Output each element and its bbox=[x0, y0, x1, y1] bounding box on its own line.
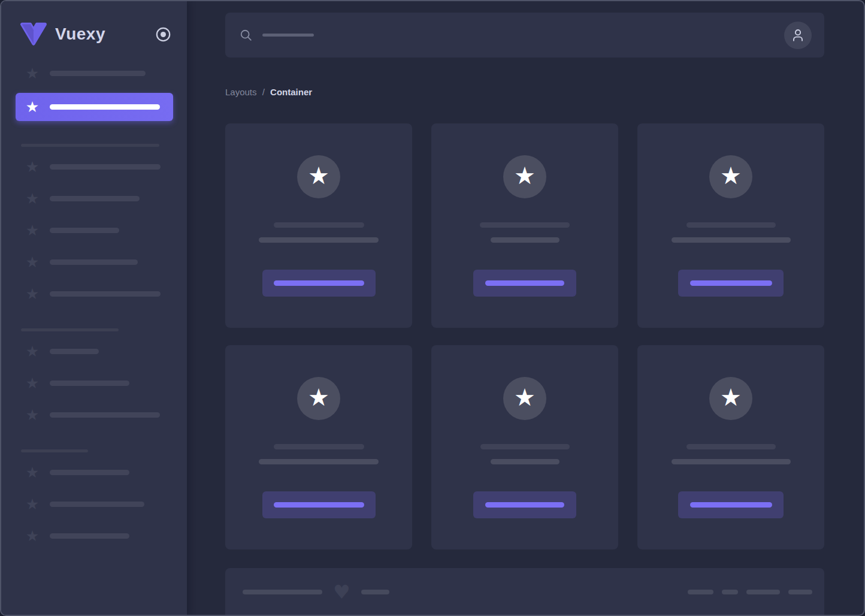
card-title-placeholder-bar bbox=[480, 444, 570, 449]
sidebar-item[interactable]: ★ bbox=[16, 282, 173, 306]
star-icon: ★ bbox=[25, 159, 40, 174]
star-icon: ★ bbox=[308, 164, 329, 188]
nav-section-header-bar bbox=[21, 449, 88, 452]
placeholder-card: ★ bbox=[637, 123, 824, 328]
sidebar: Vuexy ★★★★★★★★★★★★★ bbox=[1, 1, 187, 615]
star-icon: ★ bbox=[25, 191, 40, 206]
sidebar-item[interactable]: ★ bbox=[16, 460, 173, 484]
card-avatar-circle: ★ bbox=[297, 377, 340, 420]
footer-link-placeholder-bar bbox=[688, 590, 713, 594]
star-icon: ★ bbox=[720, 164, 742, 188]
brand-title: Vuexy bbox=[55, 25, 105, 44]
card-avatar-circle: ★ bbox=[709, 377, 752, 420]
sidebar-item[interactable]: ★ bbox=[16, 155, 173, 179]
card-title-placeholder-bar bbox=[480, 222, 570, 228]
nav-label-placeholder-bar bbox=[50, 502, 144, 507]
card-subtitle-placeholder-bar bbox=[491, 459, 559, 464]
nav-label-placeholder-bar bbox=[50, 196, 140, 201]
nav-section-header-bar bbox=[21, 328, 119, 331]
card-avatar-circle: ★ bbox=[297, 155, 340, 198]
sidebar-item-active[interactable]: ★ bbox=[16, 93, 173, 121]
placeholder-card: ★ bbox=[431, 123, 618, 328]
card-button[interactable] bbox=[473, 491, 576, 518]
star-icon: ★ bbox=[514, 385, 536, 409]
nav-label-placeholder-bar bbox=[50, 349, 99, 354]
nav-label-placeholder-bar bbox=[50, 381, 129, 386]
button-label-placeholder-bar bbox=[485, 280, 564, 286]
sidebar-item[interactable]: ★ bbox=[16, 371, 173, 395]
star-icon: ★ bbox=[25, 465, 40, 480]
card-subtitle-placeholder-bar bbox=[259, 459, 379, 464]
card-subtitle-placeholder-bar bbox=[491, 237, 559, 243]
star-icon: ★ bbox=[25, 376, 40, 391]
footer-text-placeholder-bar bbox=[243, 590, 322, 594]
button-label-placeholder-bar bbox=[690, 280, 772, 286]
footer: ♥ bbox=[225, 568, 824, 615]
sidebar-item[interactable]: ★ bbox=[16, 61, 173, 85]
star-icon: ★ bbox=[720, 385, 742, 409]
footer-text-placeholder-bar bbox=[361, 590, 389, 594]
star-icon: ★ bbox=[308, 385, 329, 409]
nav-label-placeholder-bar bbox=[50, 104, 160, 110]
nav-label-placeholder-bar bbox=[50, 412, 160, 418]
placeholder-card: ★ bbox=[225, 345, 412, 549]
star-icon: ★ bbox=[25, 529, 40, 543]
search-icon bbox=[240, 29, 253, 42]
card-title-placeholder-bar bbox=[274, 444, 364, 449]
star-icon: ★ bbox=[25, 223, 40, 238]
user-avatar-button[interactable] bbox=[784, 22, 812, 49]
nav-label-placeholder-bar bbox=[50, 533, 129, 539]
card-subtitle-placeholder-bar bbox=[672, 459, 791, 464]
sidebar-item[interactable]: ★ bbox=[16, 186, 173, 210]
sidebar-item[interactable]: ★ bbox=[16, 492, 173, 516]
search-placeholder-bar bbox=[262, 34, 314, 37]
button-label-placeholder-bar bbox=[274, 502, 364, 508]
nav-label-placeholder-bar bbox=[50, 164, 161, 170]
placeholder-card: ★ bbox=[225, 123, 412, 328]
app-window: Vuexy ★★★★★★★★★★★★★ bbox=[0, 0, 865, 616]
card-button[interactable] bbox=[678, 491, 784, 518]
card-button[interactable] bbox=[262, 270, 376, 297]
card-subtitle-placeholder-bar bbox=[259, 237, 379, 243]
breadcrumb-current: Container bbox=[270, 87, 312, 97]
nav-label-placeholder-bar bbox=[50, 291, 161, 297]
sidebar-item[interactable]: ★ bbox=[16, 218, 173, 242]
sidebar-item[interactable]: ★ bbox=[16, 403, 173, 427]
card-avatar-circle: ★ bbox=[503, 155, 546, 198]
star-icon: ★ bbox=[514, 164, 536, 188]
sidebar-header: Vuexy bbox=[1, 1, 187, 49]
menu-pin-toggle-icon[interactable] bbox=[155, 26, 171, 43]
star-icon: ★ bbox=[25, 497, 40, 512]
footer-left-group: ♥ bbox=[243, 587, 389, 597]
footer-link-placeholder-bar bbox=[788, 590, 812, 594]
card-title-placeholder-bar bbox=[686, 222, 776, 228]
search-bar[interactable] bbox=[225, 13, 824, 58]
placeholder-card: ★ bbox=[431, 345, 618, 549]
button-label-placeholder-bar bbox=[274, 280, 364, 286]
breadcrumb-separator: / bbox=[262, 87, 265, 97]
vuexy-logo-icon bbox=[19, 22, 48, 47]
nav-label-placeholder-bar bbox=[50, 71, 146, 76]
card-button[interactable] bbox=[678, 270, 784, 297]
sidebar-item[interactable]: ★ bbox=[16, 524, 173, 548]
sidebar-nav: ★★★★★★★★★★★★★ bbox=[1, 49, 187, 548]
breadcrumb-parent[interactable]: Layouts bbox=[225, 87, 257, 97]
star-icon: ★ bbox=[25, 255, 40, 270]
footer-link-placeholder-bar bbox=[746, 590, 780, 594]
star-icon: ★ bbox=[25, 66, 40, 81]
card-button[interactable] bbox=[473, 270, 576, 297]
card-title-placeholder-bar bbox=[274, 222, 364, 228]
sidebar-item[interactable]: ★ bbox=[16, 250, 173, 274]
sidebar-item[interactable]: ★ bbox=[16, 339, 173, 363]
nav-label-placeholder-bar bbox=[50, 259, 138, 265]
footer-right-group bbox=[688, 587, 812, 597]
card-button[interactable] bbox=[262, 491, 376, 518]
card-subtitle-placeholder-bar bbox=[672, 237, 791, 243]
star-icon: ★ bbox=[25, 286, 40, 301]
card-avatar-circle: ★ bbox=[503, 377, 546, 420]
placeholder-card: ★ bbox=[637, 345, 824, 549]
heart-icon: ♥ bbox=[333, 587, 350, 597]
button-label-placeholder-bar bbox=[690, 502, 772, 508]
cards-grid: ★★★★★★ bbox=[225, 123, 824, 549]
card-avatar-circle: ★ bbox=[709, 155, 752, 198]
